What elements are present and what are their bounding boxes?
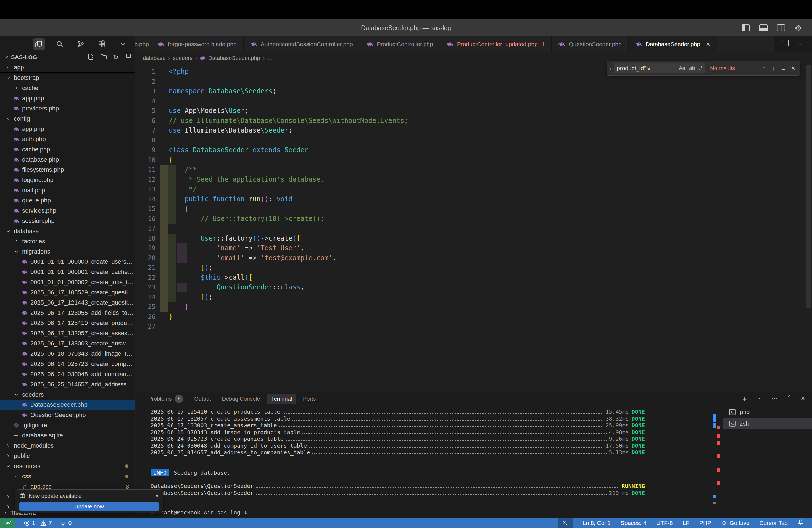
editor-tab-forgot-password-blade-php[interactable]: forgot-password.blade.php xyxy=(151,36,244,52)
code-line-26[interactable]: 26} xyxy=(135,312,812,322)
encoding[interactable]: UTF-8 xyxy=(656,520,673,526)
explorer-icon[interactable] xyxy=(33,39,45,50)
file-2025-06-24-030048-add-company-...[interactable]: 2025_06_24_030048_add_company_... xyxy=(0,369,135,379)
find-next-icon[interactable]: ↓ xyxy=(772,64,775,72)
file-mail.php[interactable]: mail.php xyxy=(0,185,135,195)
match-case-toggle[interactable]: Aa xyxy=(679,65,685,71)
folder-app[interactable]: app xyxy=(0,62,135,73)
terminal-instance-zsh[interactable]: zsh xyxy=(723,418,812,429)
file-2025-06-25-014657-add-address-to...[interactable]: 2025_06_25_014657_add_address_to... xyxy=(0,379,135,390)
file-2025-06-17-133003-create-answers-...[interactable]: 2025_06_17_133003_create_answers_... xyxy=(0,338,135,349)
code-line-5[interactable]: 5use App\Models\User; xyxy=(135,106,812,116)
tab-close-icon[interactable]: × xyxy=(706,40,710,48)
file-2025-06-18-070343-add-image-to-...[interactable]: 2025_06_18_070343_add_image_to_... xyxy=(0,349,135,359)
code-line-6[interactable]: 6// use Illuminate\Database\Console\Seed… xyxy=(135,116,812,126)
indentation[interactable]: Spaces: 4 xyxy=(621,520,646,526)
file-2025-06-24-025723-create-compan...[interactable]: 2025_06_24_025723_create_compan... xyxy=(0,359,135,369)
folder-node-modules[interactable]: node_modules xyxy=(0,440,135,451)
new-terminal-icon[interactable]: ＋ xyxy=(741,394,748,404)
editor-tab-eb-php[interactable]: eb.php xyxy=(135,36,151,52)
collapse-all-icon[interactable] xyxy=(125,53,131,61)
file-2025-06-17-125410-create-products...[interactable]: 2025_06_17_125410_create_products... xyxy=(0,318,135,328)
panel-more-icon[interactable]: ⋯ xyxy=(771,394,778,404)
file-2025-06-17-123055-add-fields-to-u...[interactable]: 2025_06_17_123055_add_fields_to_u... xyxy=(0,308,135,318)
editor-scrollbar[interactable] xyxy=(806,64,811,308)
language-mode[interactable]: PHP xyxy=(699,520,711,526)
file-questionseeder.php[interactable]: QuestionSeeder.php xyxy=(0,410,135,420)
code-line-23[interactable]: 23 QuestionSeeder::class, xyxy=(135,282,812,292)
file-app.php[interactable]: app.php xyxy=(0,93,135,103)
panel-tab-terminal[interactable]: Terminal xyxy=(266,394,296,404)
breadcrumb-item[interactable]: seeders xyxy=(173,55,192,61)
folder-public[interactable]: public xyxy=(0,451,135,461)
ports-status[interactable]: 0 xyxy=(60,520,72,526)
code-line-25[interactable]: 25 } xyxy=(135,302,812,312)
settings-gear-icon[interactable]: ⚙ xyxy=(795,23,802,33)
extensions-icon[interactable] xyxy=(96,39,108,50)
code-line-13[interactable]: 13 */ xyxy=(135,185,812,194)
code-line-7[interactable]: 7use Illuminate\Database\Seeder; xyxy=(135,126,812,136)
split-editor-icon[interactable] xyxy=(782,40,789,48)
screencast-zoom-icon[interactable] xyxy=(557,518,572,528)
terminal-prompt[interactable]: ○ aritach@MacBook-Air sas-log % xyxy=(150,509,645,516)
search-icon[interactable] xyxy=(54,39,66,50)
file-2025-06-17-121443-create-questions...[interactable]: 2025_06_17_121443_create_questions... xyxy=(0,297,135,308)
code-line-17[interactable]: 17 xyxy=(135,224,812,234)
panel-tab-debug-console[interactable]: Debug Console xyxy=(218,394,265,404)
go-live-button[interactable]: Go Live xyxy=(721,520,749,526)
editor-tab-questionseeder-php[interactable]: QuestionSeeder.php xyxy=(552,36,628,52)
panel-tab-problems[interactable]: Problems8 xyxy=(144,392,188,405)
toggle-panel-icon[interactable] xyxy=(759,24,768,31)
close-panel-icon[interactable]: × xyxy=(801,394,805,404)
code-line-24[interactable]: 24 ]); xyxy=(135,292,812,303)
remote-indicator[interactable]: >< xyxy=(0,518,15,528)
explorer-header[interactable]: SAS-LOG ↻ xyxy=(0,52,135,62)
code-line-16[interactable]: 16 // User::factory(10)->create(); xyxy=(135,214,812,224)
maximize-panel-icon[interactable]: ⌃ xyxy=(787,394,791,404)
file-0001-01-01-000001-create-cache-ta...[interactable]: 0001_01_01_000001_create_cache_ta... xyxy=(0,267,135,277)
new-file-icon[interactable] xyxy=(88,53,94,61)
eol-sequence[interactable]: LF xyxy=(683,520,690,526)
code-line-11[interactable]: 11 /** xyxy=(135,165,812,175)
source-control-icon[interactable] xyxy=(75,39,87,50)
code-line-4[interactable]: 4 xyxy=(135,97,812,106)
code-line-22[interactable]: 22 $this->call([ xyxy=(135,273,812,283)
views-chevron-icon[interactable] xyxy=(117,39,129,50)
file-providers.php[interactable]: providers.php xyxy=(0,103,135,114)
file-services.php[interactable]: services.php xyxy=(0,205,135,216)
folder-database[interactable]: database xyxy=(0,226,135,236)
new-folder-icon[interactable] xyxy=(100,53,107,61)
file-0001-01-01-000000-create-users-ta...[interactable]: 0001_01_01_000000_create_users_ta... xyxy=(0,256,135,267)
folder-factories[interactable]: factories xyxy=(0,236,135,246)
file-database.sqlite[interactable]: database.sqlite xyxy=(0,430,135,440)
code-line-21[interactable]: 21 ]); xyxy=(135,263,812,273)
code-line-10[interactable]: 10{ xyxy=(135,155,812,165)
panel-tab-ports[interactable]: Ports xyxy=(299,394,320,404)
update-now-button[interactable]: Update now xyxy=(19,502,159,511)
file-cache.php[interactable]: cache.php xyxy=(0,144,135,155)
cursor-position[interactable]: Ln 8, Col 1 xyxy=(582,520,611,526)
find-input[interactable]: product_id" v Aa ab .* xyxy=(614,63,705,73)
file-0001-01-01-000002-create-jobs-tab...[interactable]: 0001_01_01_000002_create_jobs_tab... xyxy=(0,277,135,287)
folder-css[interactable]: css xyxy=(0,471,135,481)
find-in-selection-icon[interactable]: ≡ xyxy=(781,64,785,72)
editor-tab-productcontroller-updated-php[interactable]: ProductController_updated.php1 xyxy=(440,36,552,52)
file-database.php[interactable]: database.php xyxy=(0,155,135,165)
code-line-19[interactable]: 19 'name' => 'Test User', xyxy=(135,243,812,253)
problems-status[interactable]: 1 7 xyxy=(24,520,52,526)
toggle-sidebar-icon[interactable] xyxy=(742,24,750,31)
code-area[interactable]: 1<?php23namespace Database\Seeders;45use… xyxy=(135,64,812,332)
code-line-27[interactable]: 27 xyxy=(135,322,812,332)
file-logging.php[interactable]: logging.php xyxy=(0,175,135,185)
folder-config[interactable]: config xyxy=(0,114,135,124)
more-actions-icon[interactable]: ⋯ xyxy=(797,40,804,48)
toggle-secondary-sidebar-icon[interactable] xyxy=(777,24,785,31)
code-line-2[interactable]: 2 xyxy=(135,77,812,87)
folder-cache[interactable]: cache xyxy=(0,83,135,93)
find-previous-icon[interactable]: ↑ xyxy=(763,64,766,72)
find-expand-toggle[interactable]: › xyxy=(607,61,614,75)
code-line-8[interactable]: 8 xyxy=(135,136,812,146)
breadcrumb-item[interactable]: DatabaseSeeder.php xyxy=(200,55,260,61)
terminal-dropdown-icon[interactable]: ⌄ xyxy=(757,394,762,404)
file-queue.php[interactable]: queue.php xyxy=(0,195,135,205)
